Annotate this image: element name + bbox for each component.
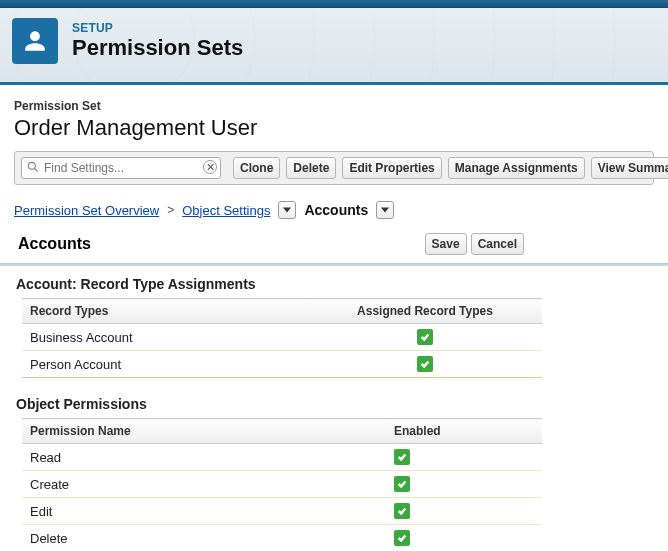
col-record-types: Record Types [22,299,308,324]
col-permission-name: Permission Name [22,419,386,444]
search-wrap: ✕ [21,157,221,179]
object-permissions: Object Permissions Permission Name Enabl… [14,396,654,551]
checkbox-checked-icon[interactable] [394,530,410,546]
record-types-table: Record Types Assigned Record Types Busin… [22,298,542,378]
object-dropdown[interactable] [376,201,394,219]
entity-label: Permission Set [14,99,654,113]
checkbox-checked-icon[interactable] [417,356,433,372]
section-rule [0,263,668,266]
checkbox-checked-icon[interactable] [394,503,410,519]
delete-button[interactable]: Delete [286,157,336,179]
save-button[interactable]: Save [425,233,467,255]
table-row: Edit [22,498,542,525]
table-row: Create [22,471,542,498]
permission-name: Edit [22,498,386,525]
permission-enabled [386,525,542,552]
user-icon [12,18,58,64]
manage-assignments-button[interactable]: Manage Assignments [448,157,585,179]
breadcrumb-current: Accounts [304,202,368,218]
permission-enabled [386,498,542,525]
table-row: Read [22,444,542,471]
permission-name: Create [22,471,386,498]
checkbox-checked-icon[interactable] [394,476,410,492]
view-summary-button[interactable]: View Summary (Beta) [591,157,668,179]
object-permissions-heading: Object Permissions [16,396,654,412]
col-enabled: Enabled [386,419,542,444]
object-permissions-table: Permission Name Enabled ReadCreateEditDe… [22,418,542,551]
edit-properties-button[interactable]: Edit Properties [342,157,441,179]
setup-eyebrow: SETUP [72,21,243,35]
checkbox-checked-icon[interactable] [417,329,433,345]
breadcrumb-object-settings-link[interactable]: Object Settings [182,203,270,218]
section-title: Accounts [18,235,91,253]
breadcrumb: Permission Set Overview > Object Setting… [14,201,654,219]
clone-button[interactable]: Clone [233,157,280,179]
record-type-assigned [308,351,542,378]
svg-line-1 [35,169,38,172]
setup-header: SETUP Permission Sets [0,8,668,85]
record-name: Order Management User [14,115,654,141]
search-input[interactable] [21,157,221,179]
record-types-heading: Account: Record Type Assignments [16,276,654,292]
page-title: Permission Sets [72,35,243,61]
table-row: Business Account [22,324,542,351]
record-type-assignments: Account: Record Type Assignments Record … [14,276,654,378]
permission-name: Read [22,444,386,471]
clear-search-icon[interactable]: ✕ [203,160,217,174]
cancel-button[interactable]: Cancel [471,233,524,255]
checkbox-checked-icon[interactable] [394,449,410,465]
record-type-name: Person Account [22,351,308,378]
record-type-assigned [308,324,542,351]
search-icon [26,160,40,174]
record-type-name: Business Account [22,324,308,351]
object-settings-dropdown[interactable] [278,201,296,219]
breadcrumb-separator: > [167,203,174,217]
col-assigned: Assigned Record Types [308,299,542,324]
permission-enabled [386,444,542,471]
breadcrumb-overview-link[interactable]: Permission Set Overview [14,203,159,218]
window-top-bar [0,0,668,8]
table-row: Delete [22,525,542,552]
permission-enabled [386,471,542,498]
toolbar: ✕ Clone Delete Edit Properties Manage As… [14,151,654,185]
table-row: Person Account [22,351,542,378]
svg-point-0 [28,162,35,169]
permission-name: Delete [22,525,386,552]
